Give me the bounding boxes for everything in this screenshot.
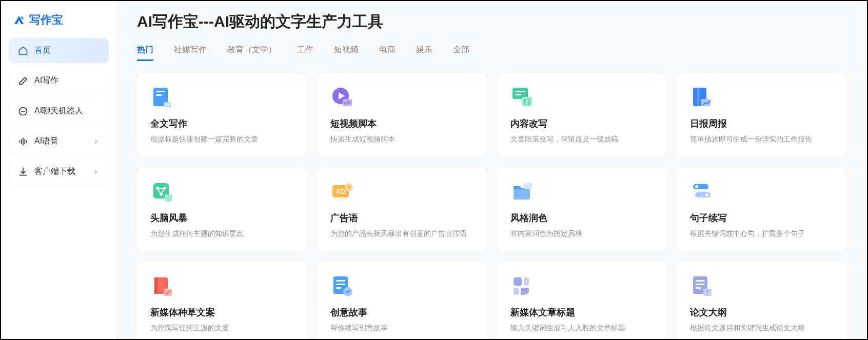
- card-desc: 为您的产品头脑风暴出有创意的广告宣传语: [330, 229, 474, 238]
- card-3[interactable]: 日报周报简单描述即可生成一份详实的工作报告: [677, 73, 846, 157]
- card-title: 新媒体种草文案: [150, 306, 293, 318]
- card-title: 新媒体文章标题: [510, 306, 654, 318]
- download-icon: [18, 167, 28, 177]
- page-title: AI写作宝---AI驱动的文字生产力工具: [137, 11, 846, 32]
- sidebar-item-home[interactable]: 首页: [9, 38, 109, 63]
- home-icon: [18, 46, 28, 56]
- sidebar-item-label: 首页: [34, 45, 51, 56]
- title-lavender-icon: [510, 274, 534, 298]
- sidebar-item-label: AI语音: [34, 136, 58, 147]
- tabs: 热门社媒写作教育（文学）工作短视频电商娱乐全部: [137, 45, 846, 61]
- card-4[interactable]: 头脑风暴为您生成任何主题的知识要点: [137, 168, 307, 252]
- card-title: 全文写作: [150, 117, 293, 130]
- card-title: 内容改写: [510, 117, 654, 130]
- sidebar-item-pencil[interactable]: AI写作: [9, 68, 109, 93]
- main: AI写作宝---AI驱动的文字生产力工具 热门社媒写作教育（文学）工作短视频电商…: [116, 1, 867, 339]
- tab-3[interactable]: 工作: [297, 45, 313, 61]
- tab-1[interactable]: 社媒写作: [174, 45, 207, 61]
- card-6[interactable]: 风格润色将内容润色为指定风格: [497, 168, 667, 252]
- card-10[interactable]: 新媒体文章标题输入关键词生成引人入胜的文章标题: [497, 262, 667, 339]
- card-5[interactable]: 广告语为您的产品头脑风暴出有创意的广告宣传语: [317, 168, 487, 252]
- tab-0[interactable]: 热门: [137, 45, 153, 61]
- sidebar-item-label: AI聊天机器人: [34, 106, 83, 116]
- voice-icon: [18, 136, 28, 147]
- video-purple-icon: [330, 86, 354, 109]
- chevron-right-icon: [92, 138, 100, 145]
- outline-lavender-icon: [690, 274, 714, 298]
- card-desc: 输入关键词生成引人入胜的文章标题: [510, 324, 654, 333]
- tab-5[interactable]: 电商: [379, 45, 396, 61]
- tab-7[interactable]: 全部: [453, 45, 469, 61]
- card-desc: 根据标题快速创建一篇完整的文章: [150, 135, 293, 144]
- ad-orange-icon: [330, 180, 354, 204]
- card-title: 风格润色: [510, 212, 654, 224]
- pencil-icon: [18, 76, 28, 86]
- sidebar-item-voice[interactable]: AI语音: [9, 129, 109, 154]
- card-title: 日报周报: [690, 117, 833, 130]
- card-title: 论文大纲: [690, 306, 833, 318]
- card-desc: 文章段落改写，保留原义一键成稿: [510, 135, 654, 144]
- card-0[interactable]: 全文写作根据标题快速创建一篇完整的文章: [137, 73, 307, 157]
- chevron-right-icon: [92, 168, 100, 175]
- tab-2[interactable]: 教育（文学）: [227, 45, 277, 61]
- rewrite-green-icon: [510, 86, 534, 109]
- card-desc: 根据关键词或中心句，扩展多个句子: [690, 229, 833, 238]
- story-blue-icon: [330, 274, 354, 298]
- sidebar-item-label: 客户端下载: [34, 166, 75, 177]
- card-1[interactable]: 短视频脚本快速生成短视频脚本: [317, 73, 487, 157]
- card-desc: 将内容润色为指定风格: [510, 229, 654, 238]
- sidebar-item-label: AI写作: [34, 75, 58, 86]
- folder-blue-icon: [510, 180, 534, 204]
- tab-6[interactable]: 娱乐: [416, 45, 432, 61]
- card-title: 广告语: [330, 212, 474, 224]
- card-2[interactable]: 内容改写文章段落改写，保留原义一键成稿: [497, 73, 667, 157]
- card-desc: 快速生成短视频脚本: [330, 135, 474, 144]
- sidebar: 写作宝 首页AI写作AI聊天机器人AI语音客户端下载: [1, 1, 116, 339]
- logo-text: 写作宝: [29, 12, 63, 28]
- card-desc: 为您撰写任何主题的文案: [150, 324, 293, 333]
- card-8[interactable]: 新媒体种草文案为您撰写任何主题的文案: [137, 262, 307, 339]
- card-desc: 帮你续写创意故事: [330, 324, 474, 333]
- book-red-icon: [150, 274, 174, 298]
- nav-list: 首页AI写作AI聊天机器人AI语音客户端下载: [9, 38, 109, 184]
- card-7[interactable]: 句子续写根据关键词或中心句，扩展多个句子: [677, 168, 846, 252]
- card-desc: 为您生成任何主题的知识要点: [150, 229, 293, 238]
- sidebar-item-download[interactable]: 客户端下载: [9, 159, 109, 184]
- card-grid: 全文写作根据标题快速创建一篇完整的文章短视频脚本快速生成短视频脚本内容改写文章段…: [137, 73, 846, 339]
- svg-point-55: [21, 16, 24, 19]
- brain-green-icon: [150, 180, 174, 204]
- card-11[interactable]: 论文大纲根据论文题目和关键词生成论文大纲: [677, 262, 846, 339]
- chat-icon: [18, 106, 28, 116]
- report-blue-icon: [690, 86, 714, 109]
- card-title: 创意故事: [330, 306, 474, 318]
- card-desc: 简单描述即可生成一份详实的工作报告: [690, 135, 833, 144]
- card-9[interactable]: 创意故事帮你续写创意故事: [317, 262, 487, 339]
- sentence-blue-icon: [690, 180, 714, 204]
- card-title: 句子续写: [690, 212, 833, 224]
- doc-blue-icon: [150, 86, 174, 109]
- logo-icon: [13, 14, 25, 26]
- card-title: 头脑风暴: [150, 212, 293, 224]
- logo[interactable]: 写作宝: [9, 10, 109, 38]
- tab-4[interactable]: 短视频: [334, 45, 359, 61]
- sidebar-item-chat[interactable]: AI聊天机器人: [9, 98, 109, 124]
- card-title: 短视频脚本: [330, 117, 474, 130]
- card-desc: 根据论文题目和关键词生成论文大纲: [690, 324, 833, 333]
